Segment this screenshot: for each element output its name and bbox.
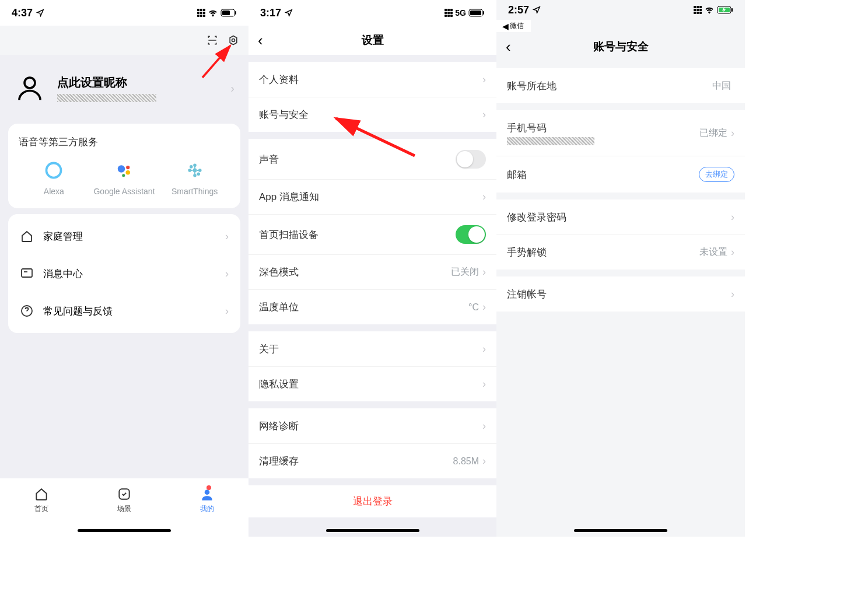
service-google-assistant[interactable]: Google Assistant — [92, 160, 156, 197]
chevron-right-icon: › — [482, 74, 486, 86]
status-time: 4:37 — [12, 7, 33, 19]
back-app-label: 微信 — [510, 21, 524, 31]
scan-icon[interactable] — [206, 33, 218, 48]
gear-icon[interactable] — [228, 33, 239, 48]
location-icon — [36, 9, 44, 17]
chevron-right-icon: › — [731, 127, 734, 139]
settings-group-tools: 网络诊断 › 清理缓存 8.85M › — [249, 408, 496, 478]
chevron-right-icon: › — [225, 268, 229, 280]
svg-point-12 — [194, 164, 196, 166]
row-value: 8.85M — [453, 456, 479, 467]
status-time: 3:17 — [260, 7, 281, 19]
menu-faq[interactable]: 常见问题与反馈 › — [8, 292, 240, 330]
logout-button[interactable]: 退出登录 — [249, 485, 496, 517]
back-button[interactable]: ‹ — [506, 38, 538, 56]
status-bar: 4:37 — [0, 0, 249, 26]
row-label: 温度单位 — [259, 300, 468, 314]
row-about[interactable]: 关于 › — [249, 331, 496, 366]
network-label: 5G — [455, 8, 466, 18]
row-label: 隐私设置 — [259, 377, 482, 391]
svg-rect-29 — [732, 8, 733, 12]
svg-rect-18 — [22, 269, 32, 277]
row-label: 手势解锁 — [507, 246, 699, 259]
back-to-app[interactable]: ◀微信 — [496, 20, 531, 32]
svg-point-6 — [47, 163, 61, 178]
row-temp-unit[interactable]: 温度单位 °C › — [249, 289, 496, 324]
home-icon — [20, 229, 34, 243]
service-label: Google Assistant — [93, 186, 155, 197]
svg-point-8 — [126, 166, 130, 169]
profile-row[interactable]: 点此设置昵称 › — [0, 55, 249, 118]
tab-bar: 首页 场景 我的 — [0, 478, 249, 537]
row-value: 已绑定 — [699, 127, 727, 139]
help-icon — [20, 304, 34, 318]
tab-label: 场景 — [117, 504, 131, 514]
row-privacy[interactable]: 隐私设置 › — [249, 366, 496, 401]
status-time: 2:57 — [508, 4, 529, 16]
home-scan-toggle[interactable] — [456, 225, 486, 244]
row-clear-cache[interactable]: 清理缓存 8.85M › — [249, 443, 496, 478]
svg-point-15 — [199, 169, 201, 172]
screen-account-security: 2:57 ◀微信 ‹ 账号与安全 账号所在地 中国 手机号码 已绑定 › — [496, 0, 745, 537]
row-label: 网络诊断 — [259, 419, 482, 433]
cellular-dots-icon — [197, 9, 205, 17]
sound-toggle[interactable] — [456, 150, 486, 169]
smartthings-icon — [185, 160, 205, 180]
row-email[interactable]: 邮箱 去绑定 — [496, 156, 745, 192]
tab-home[interactable]: 首页 — [34, 487, 49, 514]
page-title: 设置 — [290, 33, 454, 48]
row-value: °C — [468, 302, 479, 313]
row-account-security[interactable]: 账号与安全 › — [249, 97, 496, 132]
row-label: 首页扫描设备 — [259, 228, 456, 242]
chevron-right-icon: › — [225, 230, 229, 243]
svg-rect-1 — [222, 10, 230, 15]
tab-scenes[interactable]: 场景 — [117, 487, 132, 514]
row-label: 手机号码 — [507, 121, 699, 145]
scene-tab-icon — [117, 487, 132, 502]
row-delete-account[interactable]: 注销帐号 › — [496, 276, 745, 312]
row-phone[interactable]: 手机号码 已绑定 › — [496, 110, 745, 156]
menu-home-manage[interactable]: 家庭管理 › — [8, 218, 240, 255]
row-label: 深色模式 — [259, 265, 451, 279]
chevron-right-icon: › — [731, 246, 734, 258]
service-alexa[interactable]: Alexa — [22, 160, 86, 197]
row-profile[interactable]: 个人资料 › — [249, 62, 496, 97]
topbar: ‹ 账号与安全 — [496, 32, 745, 61]
location-icon — [285, 9, 293, 17]
menu-label: 常见问题与反馈 — [43, 304, 216, 318]
svg-marker-3 — [230, 36, 237, 45]
alexa-icon — [44, 160, 64, 180]
wifi-icon — [704, 6, 715, 14]
page-title: 账号与安全 — [538, 39, 703, 54]
status-bar: 3:17 5G — [249, 0, 496, 26]
svg-point-5 — [24, 78, 35, 88]
tab-mine[interactable]: 我的 — [200, 487, 215, 514]
row-sound[interactable]: 声音 — [249, 139, 496, 179]
row-label: 账号与安全 — [259, 108, 482, 121]
google-assistant-icon — [114, 160, 134, 180]
svg-rect-2 — [235, 11, 236, 15]
row-app-notify[interactable]: App 消息通知 › — [249, 179, 496, 214]
service-smartthings[interactable]: SmartThings — [163, 160, 227, 197]
svg-rect-24 — [470, 10, 481, 15]
row-home-scan[interactable]: 首页扫描设备 — [249, 214, 496, 254]
row-gesture[interactable]: 手势解锁 未设置 › — [496, 235, 745, 270]
chevron-right-icon: › — [482, 378, 486, 390]
menu-messages[interactable]: 消息中心 › — [8, 255, 240, 292]
row-label: 账号所在地 — [507, 79, 712, 93]
row-change-pwd[interactable]: 修改登录密码 › — [496, 200, 745, 235]
bind-email-button[interactable]: 去绑定 — [699, 167, 734, 182]
menu-label: 家庭管理 — [43, 230, 216, 243]
row-net-diag[interactable]: 网络诊断 › — [249, 408, 496, 443]
wifi-icon — [208, 9, 218, 17]
svg-point-7 — [118, 165, 125, 173]
row-region[interactable]: 账号所在地 中国 — [496, 68, 745, 103]
back-button[interactable]: ‹ — [258, 32, 290, 50]
menu-card: 家庭管理 › 消息中心 › 常见问题与反馈 › — [8, 214, 240, 333]
battery-charging-icon — [717, 6, 733, 14]
group-security: 修改登录密码 › 手势解锁 未设置 › — [496, 200, 745, 270]
svg-point-9 — [125, 170, 130, 175]
svg-point-21 — [205, 489, 210, 495]
settings-group-account: 个人资料 › 账号与安全 › — [249, 62, 496, 132]
row-dark-mode[interactable]: 深色模式 已关闭 › — [249, 254, 496, 289]
